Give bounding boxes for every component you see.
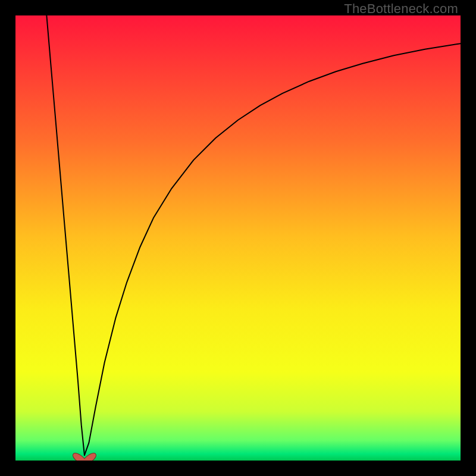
watermark-source: TheBottleneck.com xyxy=(344,1,458,17)
bottleneck-chart xyxy=(15,15,461,461)
plot-background xyxy=(15,15,461,461)
chart-frame: TheBottleneck.com xyxy=(0,0,476,476)
